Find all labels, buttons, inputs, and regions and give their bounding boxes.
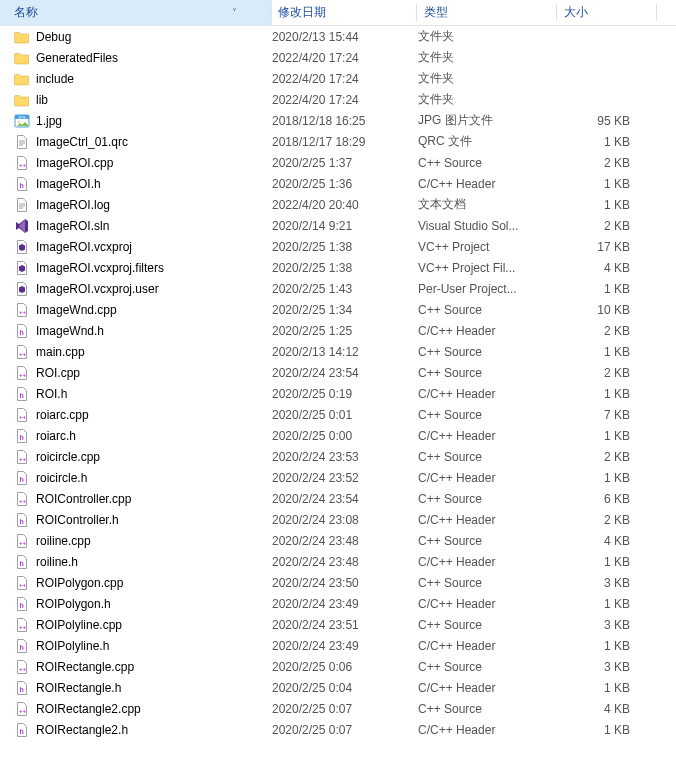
column-header-name[interactable]: 名称 ˅ [0, 0, 272, 25]
file-size-cell: 2 KB [558, 366, 638, 380]
svg-text:++: ++ [19, 497, 27, 503]
column-separator[interactable] [556, 4, 557, 21]
file-name-cell: ++roiarc.cpp [14, 407, 272, 423]
file-date-cell: 2018/12/17 18:29 [272, 135, 418, 149]
file-row[interactable]: hImageROI.h2020/2/25 1:36C/C++ Header1 K… [0, 173, 676, 194]
file-type-cell: C/C++ Header [418, 429, 558, 443]
file-row[interactable]: ++ImageROI.cpp2020/2/25 1:37C++ Source2 … [0, 152, 676, 173]
file-name-label: lib [36, 93, 48, 107]
file-size-cell: 3 KB [558, 618, 638, 632]
file-name-cell: Debug [14, 29, 272, 45]
file-row[interactable]: hroicircle.h2020/2/24 23:52C/C++ Header1… [0, 467, 676, 488]
text-icon [14, 134, 30, 150]
file-size-cell: 2 KB [558, 219, 638, 233]
cpp-icon: ++ [14, 701, 30, 717]
file-name-label: ImageROI.log [36, 198, 110, 212]
file-name-cell: ImageROI.sln [14, 218, 272, 234]
file-row[interactable]: ++main.cpp2020/2/13 14:12C++ Source1 KB [0, 341, 676, 362]
file-name-cell: hroiarc.h [14, 428, 272, 444]
file-type-cell: 文本文档 [418, 196, 558, 213]
sln-icon [14, 218, 30, 234]
file-type-cell: C/C++ Header [418, 324, 558, 338]
file-type-cell: QRC 文件 [418, 133, 558, 150]
file-row[interactable]: ImageCtrl_01.qrc2018/12/17 18:29QRC 文件1 … [0, 131, 676, 152]
svg-text:h: h [20, 560, 24, 567]
file-name-label: roicircle.h [36, 471, 87, 485]
file-date-cell: 2020/2/25 0:06 [272, 660, 418, 674]
file-name-cell: hROI.h [14, 386, 272, 402]
file-name-label: ImageROI.cpp [36, 156, 113, 170]
file-row[interactable]: ++ROIRectangle2.cpp2020/2/25 0:07C++ Sou… [0, 698, 676, 719]
file-type-cell: VC++ Project [418, 240, 558, 254]
cpp-icon: ++ [14, 449, 30, 465]
file-row[interactable]: ++ROIPolyline.cpp2020/2/24 23:51C++ Sour… [0, 614, 676, 635]
h-icon: h [14, 512, 30, 528]
file-name-cell: ++ROIController.cpp [14, 491, 272, 507]
file-type-cell: C/C++ Header [418, 639, 558, 653]
file-row[interactable]: ImageROI.vcxproj.filters2020/2/25 1:38VC… [0, 257, 676, 278]
column-header-size[interactable]: 大小 [558, 0, 658, 25]
svg-text:h: h [20, 686, 24, 693]
file-row[interactable]: ++roiarc.cpp2020/2/25 0:01C++ Source7 KB [0, 404, 676, 425]
file-size-cell: 1 KB [558, 723, 638, 737]
file-name-label: ROIController.cpp [36, 492, 131, 506]
file-name-cell: hROIPolygon.h [14, 596, 272, 612]
file-date-cell: 2020/2/14 9:21 [272, 219, 418, 233]
file-type-cell: JPG 图片文件 [418, 112, 558, 129]
file-name-cell: ++roicircle.cpp [14, 449, 272, 465]
file-name-label: ROI.h [36, 387, 67, 401]
file-row[interactable]: ++ROI.cpp2020/2/24 23:54C++ Source2 KB [0, 362, 676, 383]
column-separator[interactable] [416, 4, 417, 21]
file-row[interactable]: ++roiline.cpp2020/2/24 23:48C++ Source4 … [0, 530, 676, 551]
file-name-cell: ++ROIRectangle2.cpp [14, 701, 272, 717]
file-row[interactable]: ImageROI.sln2020/2/14 9:21Visual Studio … [0, 215, 676, 236]
column-header-type[interactable]: 类型 [418, 0, 558, 25]
file-row[interactable]: lib2022/4/20 17:24文件夹 [0, 89, 676, 110]
file-date-cell: 2020/2/24 23:48 [272, 555, 418, 569]
file-name-cell: hImageROI.h [14, 176, 272, 192]
file-date-cell: 2020/2/25 0:00 [272, 429, 418, 443]
column-header-row: 名称 ˅ 修改日期 类型 大小 [0, 0, 676, 26]
file-date-cell: 2020/2/25 0:07 [272, 723, 418, 737]
file-date-cell: 2022/4/20 17:24 [272, 72, 418, 86]
file-row[interactable]: ++ROIController.cpp2020/2/24 23:54C++ So… [0, 488, 676, 509]
column-header-date[interactable]: 修改日期 [272, 0, 418, 25]
file-row[interactable]: hImageWnd.h2020/2/25 1:25C/C++ Header2 K… [0, 320, 676, 341]
file-row[interactable]: hROIPolygon.h2020/2/24 23:49C/C++ Header… [0, 593, 676, 614]
file-row[interactable]: hROIRectangle2.h2020/2/25 0:07C/C++ Head… [0, 719, 676, 740]
file-row[interactable]: hROI.h2020/2/25 0:19C/C++ Header1 KB [0, 383, 676, 404]
file-row[interactable]: hROIRectangle.h2020/2/25 0:04C/C++ Heade… [0, 677, 676, 698]
file-name-cell: ++ROIPolyline.cpp [14, 617, 272, 633]
file-name-label: roiarc.h [36, 429, 76, 443]
file-row[interactable]: include2022/4/20 17:24文件夹 [0, 68, 676, 89]
column-separator[interactable] [656, 4, 657, 21]
file-row[interactable]: hroiline.h2020/2/24 23:48C/C++ Header1 K… [0, 551, 676, 572]
column-separator[interactable] [270, 4, 271, 21]
file-date-cell: 2022/4/20 17:24 [272, 51, 418, 65]
file-name-label: ImageCtrl_01.qrc [36, 135, 128, 149]
file-row[interactable]: ++roicircle.cpp2020/2/24 23:53C++ Source… [0, 446, 676, 467]
svg-text:++: ++ [19, 581, 27, 587]
file-row[interactable]: GeneratedFiles2022/4/20 17:24文件夹 [0, 47, 676, 68]
file-row[interactable]: hROIPolyline.h2020/2/24 23:49C/C++ Heade… [0, 635, 676, 656]
file-type-cell: C++ Source [418, 366, 558, 380]
file-row[interactable]: ImageROI.vcxproj.user2020/2/25 1:43Per-U… [0, 278, 676, 299]
file-row[interactable]: JPG1.jpg2018/12/18 16:25JPG 图片文件95 KB [0, 110, 676, 131]
file-type-cell: C++ Source [418, 534, 558, 548]
file-row[interactable]: ++ImageWnd.cpp2020/2/25 1:34C++ Source10… [0, 299, 676, 320]
svg-text:h: h [20, 602, 24, 609]
file-date-cell: 2022/4/20 20:40 [272, 198, 418, 212]
file-row[interactable]: ++ROIPolygon.cpp2020/2/24 23:50C++ Sourc… [0, 572, 676, 593]
file-row[interactable]: hROIController.h2020/2/24 23:08C/C++ Hea… [0, 509, 676, 530]
file-date-cell: 2020/2/24 23:54 [272, 492, 418, 506]
file-row[interactable]: ImageROI.log2022/4/20 20:40文本文档1 KB [0, 194, 676, 215]
file-date-cell: 2020/2/13 15:44 [272, 30, 418, 44]
file-type-cell: C++ Source [418, 303, 558, 317]
column-header-type-label: 类型 [424, 4, 448, 21]
file-row[interactable]: ImageROI.vcxproj2020/2/25 1:38VC++ Proje… [0, 236, 676, 257]
file-name-cell: hROIRectangle2.h [14, 722, 272, 738]
file-row[interactable]: hroiarc.h2020/2/25 0:00C/C++ Header1 KB [0, 425, 676, 446]
file-name-label: ImageROI.vcxproj [36, 240, 132, 254]
file-row[interactable]: ++ROIRectangle.cpp2020/2/25 0:06C++ Sour… [0, 656, 676, 677]
file-row[interactable]: Debug2020/2/13 15:44文件夹 [0, 26, 676, 47]
